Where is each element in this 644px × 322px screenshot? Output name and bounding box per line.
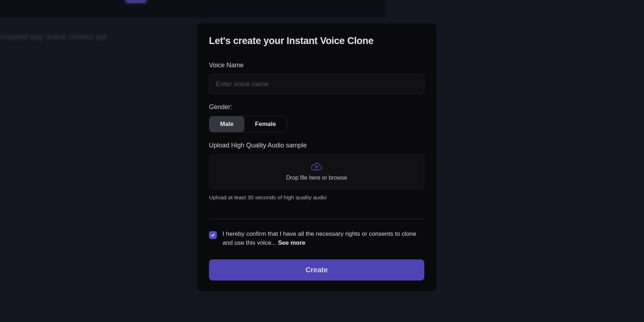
create-button[interactable]: Create <box>209 259 424 280</box>
check-icon <box>211 233 215 237</box>
voice-name-input[interactable] <box>209 74 424 94</box>
backdrop-accent-badge <box>125 0 147 3</box>
voice-name-label: Voice Name <box>209 62 424 69</box>
backdrop-top-bar <box>0 0 386 18</box>
gender-toggle-group: Male Female <box>209 116 287 132</box>
gender-label: Gender: <box>209 103 424 111</box>
consent-row: I hereby confirm that I have all the nec… <box>209 230 424 247</box>
consent-body: I hereby confirm that I have all the nec… <box>223 230 416 246</box>
voice-clone-modal: Let's create your Instant Voice Clone Vo… <box>197 23 436 291</box>
backdrop-blurred-text: created any voice clones yet <box>0 32 107 42</box>
gender-male-button[interactable]: Male <box>209 116 244 132</box>
cloud-upload-icon <box>311 162 322 171</box>
upload-label: Upload High Quality Audio sample <box>209 142 424 149</box>
gender-female-button[interactable]: Female <box>244 116 287 132</box>
upload-hint: Upload at least 30 seconds of high quali… <box>209 194 424 201</box>
dropzone-instruction: Drop file here or browse <box>209 175 424 181</box>
consent-text: I hereby confirm that I have all the nec… <box>223 230 424 247</box>
audio-upload-dropzone[interactable]: Drop file here or browse <box>209 154 424 189</box>
modal-title: Let's create your Instant Voice Clone <box>209 35 424 47</box>
section-divider <box>209 219 424 219</box>
see-more-link[interactable]: See more <box>278 239 306 246</box>
consent-checkbox[interactable] <box>209 231 217 239</box>
